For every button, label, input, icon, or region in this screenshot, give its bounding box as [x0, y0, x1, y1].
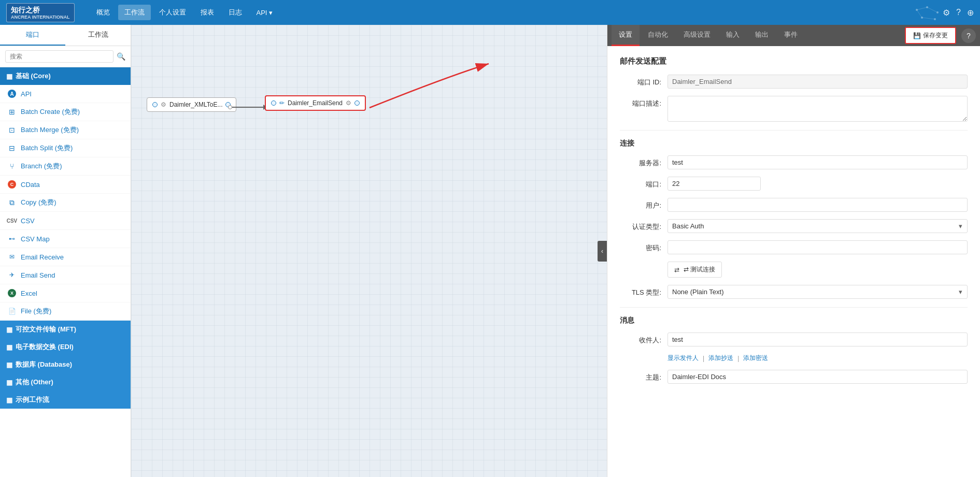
- auth-select[interactable]: Basic Auth OAuth2 None: [667, 219, 968, 233]
- group-examples[interactable]: ▦ 示例工作流: [0, 391, 131, 409]
- sidebar: 端口 工作流 🔍 ▦ 基础 (Core) A API ⊞: [0, 25, 131, 477]
- tls-select[interactable]: None (Plain Text) SSL/TLS STARTTLS: [667, 285, 968, 299]
- right-panel-tabs: 设置 自动化 高级设置 输入 输出 事件 💾 保存变更 ?: [607, 25, 980, 46]
- sidebar-item-api[interactable]: A API: [0, 85, 131, 103]
- network-decoration: [912, 5, 943, 20]
- sidebar-item-excel[interactable]: X Excel: [0, 284, 131, 302]
- sidebar-item-batch-create[interactable]: ⊞ Batch Create (免费): [0, 103, 131, 121]
- node2-left-connector: [271, 100, 276, 106]
- search-button[interactable]: 🔍: [117, 52, 125, 61]
- sidebar-item-csv[interactable]: CSV CSV: [0, 212, 131, 230]
- sep-1: |: [703, 355, 704, 362]
- add-cc-link[interactable]: 添加抄送: [708, 354, 733, 363]
- add-bcc-link[interactable]: 添加密送: [743, 354, 768, 363]
- show-sender-link[interactable]: 显示发件人: [667, 354, 699, 363]
- group-mft[interactable]: ▦ 可控文件传输 (MFT): [0, 321, 131, 338]
- node1-gear[interactable]: ⚙: [161, 101, 166, 108]
- search-input[interactable]: [5, 50, 113, 63]
- form-group-port-id: 端口 ID:: [620, 75, 968, 89]
- settings-icon[interactable]: ⚙: [943, 8, 950, 18]
- help-button[interactable]: ?: [961, 28, 976, 43]
- sidebar-item-file[interactable]: 📄 File (免费): [0, 302, 131, 321]
- save-button[interactable]: 💾 保存变更: [905, 27, 956, 44]
- test-connection-button[interactable]: ⇄ ⇄ 测试连接: [667, 262, 722, 278]
- sidebar-tab-workflow[interactable]: 工作流: [65, 25, 131, 46]
- nav-workflow[interactable]: 工作流: [118, 5, 151, 20]
- sidebar-item-email-send[interactable]: ✈ Email Send: [0, 266, 131, 284]
- help-icon[interactable]: ?: [956, 8, 961, 17]
- group-edi[interactable]: ▦ 电子数据交换 (EDI): [0, 338, 131, 356]
- node2-gear[interactable]: ⚙: [346, 99, 351, 107]
- node2-label: Daimler_EmailSend: [288, 99, 343, 107]
- group-other[interactable]: ▦ 其他 (Other): [0, 373, 131, 391]
- group-icon-core: ▦: [6, 73, 12, 80]
- tab-input[interactable]: 输入: [719, 25, 747, 46]
- batch-merge-icon: ⊡: [7, 125, 17, 135]
- tab-advanced[interactable]: 高级设置: [676, 25, 718, 46]
- sidebar-item-branch[interactable]: ⑂ Branch (免费): [0, 157, 131, 176]
- batch-create-icon: ⊞: [7, 107, 17, 117]
- nav-items: 概览 工作流 个人设置 报表 日志 API ▾: [90, 5, 912, 20]
- divider-2: [620, 307, 968, 308]
- nav-personal[interactable]: 个人设置: [153, 5, 192, 20]
- tls-select-wrapper: None (Plain Text) SSL/TLS STARTTLS ▾: [667, 285, 968, 299]
- node1-left-connector: [152, 102, 158, 107]
- tab-automation[interactable]: 自动化: [641, 25, 675, 46]
- password-input[interactable]: [667, 240, 968, 254]
- csv-map-icon: ⊷: [7, 234, 17, 243]
- server-label: 服务器:: [620, 155, 661, 168]
- user-input[interactable]: [667, 198, 968, 212]
- sidebar-item-csv-map[interactable]: ⊷ CSV Map: [0, 230, 131, 248]
- workflow-node-1[interactable]: ⚙ Daimler_XMLToE...: [147, 97, 236, 112]
- nav-overview[interactable]: 概览: [90, 5, 116, 20]
- nav-api[interactable]: API ▾: [250, 6, 279, 20]
- subject-input[interactable]: [667, 370, 968, 384]
- tab-settings[interactable]: 设置: [612, 25, 640, 46]
- recipient-input[interactable]: [667, 333, 968, 346]
- port-desc-textarea[interactable]: [667, 96, 968, 122]
- user-icon[interactable]: ⊕: [967, 8, 974, 18]
- port-id-input[interactable]: [667, 75, 968, 89]
- sidebar-item-copy[interactable]: ⧉ Copy (免费): [0, 194, 131, 212]
- recipient-label: 收件人:: [620, 333, 661, 345]
- test-icon: ⇄: [674, 266, 679, 273]
- sidebar-item-batch-split[interactable]: ⊟ Batch Split (免费): [0, 139, 131, 157]
- save-icon: 💾: [913, 32, 921, 39]
- auth-label: 认证类型:: [620, 219, 661, 232]
- node2-edit-icon[interactable]: ✏: [279, 99, 285, 107]
- sidebar-tab-port[interactable]: 端口: [0, 25, 65, 46]
- test-connection-row: ⇄ ⇄ 测试连接: [620, 262, 968, 278]
- subject-label: 主题:: [620, 370, 661, 382]
- message-title: 消息: [620, 316, 968, 325]
- tls-label: TLS 类型:: [620, 285, 661, 297]
- sidebar-item-cdata[interactable]: C CData: [0, 176, 131, 194]
- svg-line-6: [927, 7, 938, 12]
- cdata-icon: C: [7, 180, 17, 189]
- sidebar-item-email-receive[interactable]: ✉ Email Receive: [0, 248, 131, 266]
- workflow-node-2[interactable]: ✏ Daimler_EmailSend ⚙: [265, 95, 366, 111]
- form-group-port: 端口:: [620, 177, 968, 191]
- right-panel: 设置 自动化 高级设置 输入 输出 事件 💾 保存变更 ? 邮件发送配置 端口 …: [607, 25, 980, 477]
- nav-log[interactable]: 日志: [222, 5, 248, 20]
- group-database[interactable]: ▦ 数据库 (Database): [0, 356, 131, 373]
- branch-icon: ⑂: [7, 162, 17, 171]
- nav-report[interactable]: 报表: [194, 5, 220, 20]
- right-panel-body: 邮件发送配置 端口 ID: 端口描述: 连接 服务器: 端口:: [607, 46, 980, 477]
- port-label: 端口:: [620, 177, 661, 189]
- node-arrow: [228, 105, 267, 110]
- auth-select-wrapper: Basic Auth OAuth2 None ▾: [667, 219, 968, 233]
- divider-1: [620, 130, 968, 131]
- sidebar-item-batch-merge[interactable]: ⊡ Batch Merge (免费): [0, 121, 131, 139]
- form-group-tls: TLS 类型: None (Plain Text) SSL/TLS STARTT…: [620, 285, 968, 299]
- server-input[interactable]: [667, 155, 968, 169]
- collapse-button[interactable]: ‹: [598, 241, 607, 262]
- main-layout: 端口 工作流 🔍 ▦ 基础 (Core) A API ⊞: [0, 25, 980, 477]
- tab-output[interactable]: 输出: [748, 25, 776, 46]
- password-label: 密码:: [620, 240, 661, 253]
- form-group-password: 密码:: [620, 240, 968, 254]
- batch-split-icon: ⊟: [7, 143, 17, 153]
- copy-icon: ⧉: [7, 198, 17, 207]
- port-input[interactable]: [667, 177, 761, 191]
- canvas-area[interactable]: ⚙ Daimler_XMLToE... ✏ Daimler_EmailSend …: [131, 25, 607, 477]
- tab-events[interactable]: 事件: [777, 25, 805, 46]
